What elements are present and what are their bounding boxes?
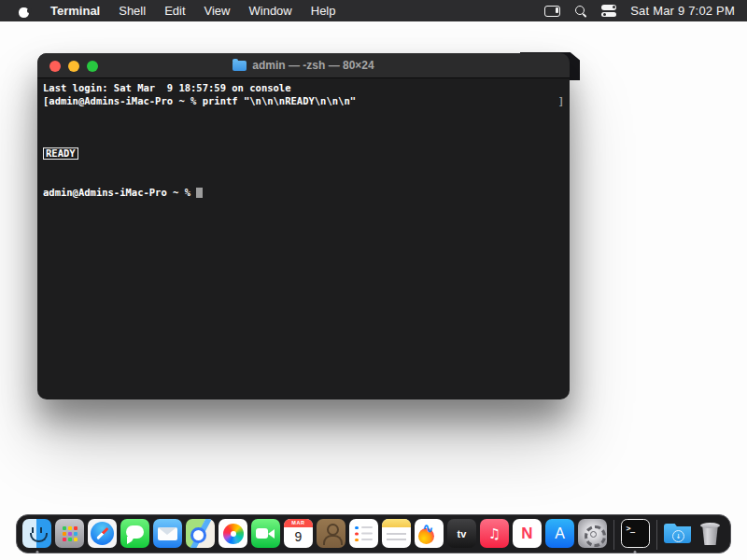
running-indicator <box>634 551 637 553</box>
dock-finder[interactable] <box>22 519 51 548</box>
dock-maps[interactable] <box>186 519 215 548</box>
line-continuation-marker: ] <box>558 94 564 107</box>
terminal-line <box>43 120 564 133</box>
window-title: admin — -zsh — 80×24 <box>252 59 374 72</box>
terminal-line <box>43 160 564 173</box>
dock-facetime[interactable] <box>251 519 280 548</box>
dock-terminal[interactable]: >_ <box>621 519 650 548</box>
terminal-line: Last login: Sat Mar 9 18:57:59 on consol… <box>43 81 564 94</box>
dock-contacts[interactable] <box>317 519 345 548</box>
maps-icon <box>186 519 215 548</box>
terminal-line: READY <box>43 147 564 160</box>
terminal-line <box>43 173 564 186</box>
running-indicator <box>35 551 38 553</box>
terminal-line <box>43 107 564 120</box>
mail-icon <box>153 519 182 548</box>
dock-music[interactable]: ♫ <box>480 519 509 548</box>
app-menu-list: TerminalShellEditViewWindowHelp <box>50 4 336 18</box>
dock-calendar[interactable]: MAR9 <box>284 519 313 548</box>
folder-icon <box>233 61 247 71</box>
minimize-button[interactable] <box>68 61 79 72</box>
photos-icon <box>218 519 247 548</box>
terminal-line: admin@Admins-iMac-Pro ~ % <box>43 186 564 199</box>
calendar-icon: MAR9 <box>284 519 313 548</box>
freeform-icon <box>415 519 444 548</box>
dock-downloads[interactable] <box>663 519 692 548</box>
dock-photos[interactable] <box>218 519 247 548</box>
menu-terminal[interactable]: Terminal <box>50 4 100 18</box>
dock-divider <box>656 520 657 550</box>
menu-shell[interactable]: Shell <box>119 4 146 18</box>
dock-divider <box>613 520 614 550</box>
search-icon[interactable] <box>574 5 587 18</box>
terminal-content[interactable]: Last login: Sat Mar 9 18:57:59 on consol… <box>37 78 570 399</box>
messages-icon <box>120 519 149 548</box>
news-icon: N <box>513 519 542 548</box>
safari-icon <box>88 519 117 548</box>
menu-help[interactable]: Help <box>311 4 336 18</box>
settings-icon <box>578 519 607 548</box>
dock-appstore[interactable]: A <box>545 519 574 548</box>
terminal-cursor <box>196 188 203 199</box>
notes-icon <box>382 519 411 548</box>
control-center-icon[interactable] <box>601 5 616 17</box>
dock-tv[interactable]: tv <box>447 519 476 548</box>
window-title-group: admin — -zsh — 80×24 <box>233 59 374 72</box>
terminal-line <box>43 133 564 147</box>
dock-mail[interactable] <box>153 519 182 548</box>
dock-reminders[interactable] <box>349 519 378 548</box>
reminders-icon <box>349 519 378 548</box>
terminal-window: admin — -zsh — 80×24 Last login: Sat Mar… <box>37 53 570 399</box>
dock-news[interactable]: N <box>513 519 542 548</box>
trash-icon <box>696 519 725 548</box>
tv-icon: tv <box>447 519 476 548</box>
dock-trash[interactable] <box>696 519 725 548</box>
menubar: TerminalShellEditViewWindowHelp Sat Mar … <box>0 0 747 21</box>
launchpad-icon <box>55 519 84 548</box>
dock-launchpad[interactable] <box>55 519 84 548</box>
menubar-status: Sat Mar 9 7:02 PM <box>544 4 747 18</box>
menu-view[interactable]: View <box>204 4 231 18</box>
zoom-button[interactable] <box>87 61 98 72</box>
terminal-output-ready: READY <box>43 147 78 160</box>
dock-freeform[interactable] <box>415 519 444 548</box>
menu-window[interactable]: Window <box>249 4 292 18</box>
menubar-clock[interactable]: Sat Mar 9 7:02 PM <box>630 4 735 18</box>
traffic-lights <box>49 53 98 78</box>
contacts-icon <box>317 519 345 548</box>
menubar-menus: TerminalShellEditViewWindowHelp <box>0 4 336 18</box>
terminal-icon: >_ <box>621 519 650 548</box>
appstore-icon: A <box>545 519 574 548</box>
close-button[interactable] <box>49 61 61 72</box>
dock-settings[interactable] <box>578 519 607 548</box>
apple-menu-icon[interactable] <box>18 4 30 18</box>
music-icon: ♫ <box>480 519 509 548</box>
downloads-icon <box>663 519 692 548</box>
finder-icon <box>22 519 51 548</box>
terminal-line: [admin@Admins-iMac-Pro ~ % printf "\n\n\… <box>43 94 564 107</box>
menu-edit[interactable]: Edit <box>164 4 185 18</box>
dock-notes[interactable] <box>382 519 411 548</box>
dock-messages[interactable] <box>120 519 149 548</box>
display-icon[interactable] <box>544 6 560 17</box>
dock-safari[interactable] <box>88 519 117 548</box>
dock: MAR9tv♫NA>_ <box>16 514 731 553</box>
titlebar[interactable]: admin — -zsh — 80×24 <box>37 53 570 78</box>
facetime-icon <box>251 519 280 548</box>
